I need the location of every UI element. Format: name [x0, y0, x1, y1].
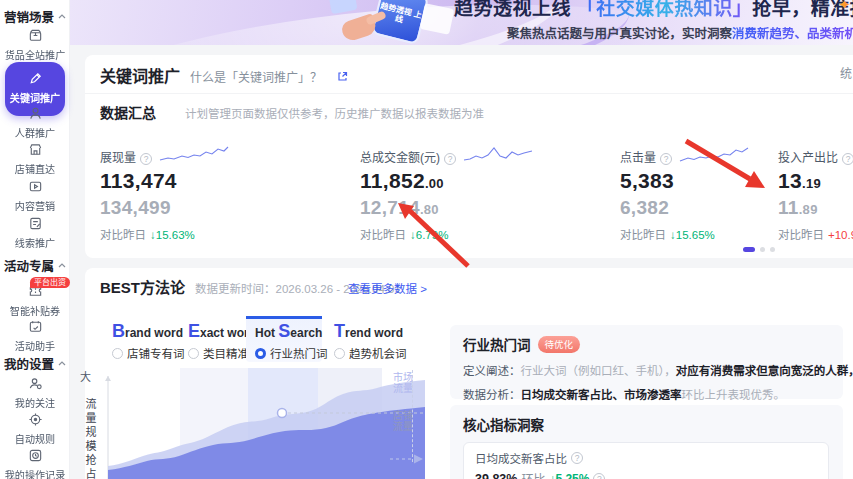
sidebar-section-activity[interactable]: 活动专属: [0, 256, 70, 275]
metric-label: 投入产出比: [778, 148, 838, 165]
metric-value: 113,474: [100, 169, 350, 193]
help-icon[interactable]: [140, 153, 152, 165]
metric-roi: 投入产出比 13.19 11.89 对比昨日+10.93%: [778, 145, 853, 242]
section-title: 活动专属: [4, 256, 54, 275]
dashed-guide-line: [412, 370, 413, 462]
carousel-dot-active[interactable]: [743, 247, 755, 252]
tab-en-label: Hot Search: [255, 321, 322, 342]
sparkline: [678, 145, 750, 165]
help-icon[interactable]: [444, 153, 456, 165]
carousel-dot[interactable]: [760, 247, 765, 252]
external-link-icon[interactable]: [337, 68, 348, 86]
definition-line: 定义阐述：行业大词（例如口红、手机），对应有消费需求但意向宽泛的人群，拉新效果显…: [463, 362, 830, 378]
sidebar-item-operation-log[interactable]: 我的操作记录: [0, 448, 70, 479]
sparkline: [462, 145, 534, 165]
metric-label: 总成交金额(元): [360, 148, 440, 165]
tab-en-label: Trend word: [334, 321, 401, 342]
sidebar-item-content-marketing[interactable]: 内容营销: [0, 179, 70, 213]
metric-gmv: 总成交金额(元) 11,852.00 12,714.80 对比昨日↓6.79%: [360, 145, 610, 242]
best-title: BEST方法论: [100, 276, 185, 297]
sparkle-icon: ✦: [838, 0, 851, 14]
traffic-area-chart: [95, 368, 425, 479]
analysis-line: 数据分析：日均成交新客占比、市场渗透率环比上升表现优秀。: [463, 386, 830, 402]
clue-icon: [0, 216, 70, 233]
tab-cn-label: 趋势机会词: [349, 345, 407, 361]
ratio-label: 环比: [521, 470, 545, 479]
radio-selected[interactable]: [255, 348, 266, 359]
metric-prev-value: 12,714.80: [360, 197, 610, 219]
data-summary-card: 关键词推广 什么是「关键词推广」？ 统 数据汇总 计划管理页面数据仅供参考，历史…: [85, 55, 853, 258]
banner-title: 趋势透视上线 「社交媒体热知识」抢早，精准捕捉商机: [454, 0, 853, 20]
summary-note: 计划管理页面数据仅供参考，历史推广数据以报表数据为准: [185, 105, 484, 121]
help-icon[interactable]: [593, 473, 605, 479]
package-icon: [0, 28, 70, 45]
core-insight-title: 核心指标洞察: [463, 414, 830, 434]
tab-exact-word[interactable]: Exact word 类目精准词: [179, 316, 249, 362]
metric-compare: 对比昨日↓6.79%: [360, 226, 610, 242]
chevron-up-icon: [58, 14, 66, 19]
insight-metric-box: 日均成交新客占比 39.83% 环比 ↓5.25% 同行同层均值 34.34%: [463, 442, 829, 479]
person-icon: [0, 106, 70, 123]
core-insight-panel: 核心指标洞察 日均成交新客占比 39.83% 环比 ↓5.25% 同行同层均值 …: [450, 405, 843, 479]
hot-word-title: 行业热门词: [463, 334, 531, 354]
corner-clipped-text: 统: [840, 64, 852, 81]
metric-value: 13.19: [778, 169, 853, 193]
platform-funded-badge: 平台出资: [30, 277, 70, 288]
help-icon[interactable]: [660, 153, 672, 165]
sidebar-section-marketing[interactable]: 营销场景: [0, 7, 70, 26]
tab-cn-label: 行业热门词: [270, 345, 328, 361]
metric-compare: 对比昨日+10.93%: [778, 226, 853, 242]
video-icon: [0, 179, 70, 196]
ratio-value: ↓5.25%: [549, 472, 589, 479]
keyword-promotion-page: 趋势透视 上线 趋势透视上线 「社交媒体热知识」抢早，精准捕捉商机 聚焦热点话题…: [0, 0, 853, 479]
divider: [85, 93, 853, 94]
banner-subtitle: 聚焦热点话题与用户真实讨论，实时洞察消费新趋势、品类新机会: [507, 23, 853, 42]
metric-prev-value: 134,499: [100, 197, 350, 219]
metric-value: 11,852.00: [360, 169, 610, 193]
sidebar-item-smart-subsidy[interactable]: 平台出资 智能补贴券: [0, 284, 70, 318]
sidebar-item-whole-store[interactable]: 货品全站推广: [0, 28, 70, 62]
metric-label: 展现量: [100, 148, 136, 165]
sidebar-item-my-follows[interactable]: 我的关注: [0, 376, 70, 410]
tab-brand-word[interactable]: Brand word 店铺专有词: [103, 316, 179, 362]
view-more-link[interactable]: 查看更多数据 >: [348, 280, 427, 296]
metric-prev-value: 11.89: [778, 197, 853, 219]
pen-icon: [5, 71, 65, 88]
help-icon[interactable]: [571, 452, 583, 464]
y-axis-max-label: 大: [80, 368, 91, 384]
sidebar-item-auto-rules[interactable]: 自动规则: [0, 412, 70, 446]
sidebar: 营销场景 货品全站推广 关键词推广 人群推广 店铺直达 内容营销 线索推广: [0, 0, 70, 479]
sidebar-item-audience-promo[interactable]: 人群推广: [0, 106, 70, 140]
sparkline: [158, 145, 230, 165]
radio-unselected[interactable]: [112, 348, 123, 359]
right-arrow-icon: [390, 453, 424, 465]
section-title: 营销场景: [4, 7, 54, 26]
target-icon: [0, 412, 70, 429]
page-title: 关键词推广: [100, 63, 180, 87]
tab-hot-search[interactable]: Hot Search 行业热门词: [246, 316, 322, 362]
calendar-icon: [0, 319, 70, 336]
metric-compare: 对比昨日↓15.63%: [100, 226, 350, 242]
chevron-up-icon: [58, 263, 66, 268]
hot-word-panel: 行业热门词 待优化 定义阐述：行业大词（例如口红、手机），对应有消费需求但意向宽…: [450, 325, 843, 399]
radio-unselected[interactable]: [334, 348, 345, 359]
help-icon[interactable]: [842, 153, 853, 165]
sidebar-section-settings[interactable]: 我的设置: [0, 354, 70, 373]
sidebar-item-store-direct[interactable]: 店铺直达: [0, 142, 70, 176]
banner-subtitle-highlight: 消费新趋势、品类新机会: [732, 27, 853, 41]
tab-trend-word[interactable]: Trend word 趋势机会词: [325, 316, 401, 362]
follow-icon: [0, 376, 70, 393]
section-title: 我的设置: [4, 354, 54, 373]
sidebar-item-activity-assistant[interactable]: 活动助手: [0, 319, 70, 353]
tab-cn-label: 店铺专有词: [127, 345, 185, 361]
history-icon: [0, 448, 70, 465]
radio-unselected[interactable]: [188, 348, 199, 359]
sidebar-item-lead-promo[interactable]: 线索推广: [0, 216, 70, 250]
carousel-dot[interactable]: [770, 247, 775, 252]
tab-en-label: Exact word: [188, 321, 249, 342]
tab-en-label: Brand word: [112, 321, 179, 342]
banner-title-highlight: 「社交媒体热知识」: [577, 0, 753, 19]
page-subtitle-help[interactable]: 什么是「关键词推广」？: [190, 68, 322, 85]
chevron-up-icon: [58, 361, 66, 366]
promo-banner[interactable]: 趋势透视 上线 趋势透视上线 「社交媒体热知识」抢早，精准捕捉商机 聚焦热点话题…: [70, 0, 853, 45]
